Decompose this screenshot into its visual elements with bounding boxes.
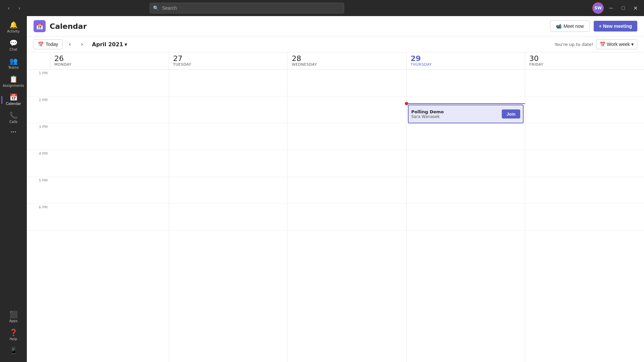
close-button[interactable]: ✕ — [631, 3, 640, 13]
workweek-button[interactable]: 📅 Work week ▾ — [596, 39, 637, 49]
day-slot — [407, 150, 525, 177]
day-name: Friday — [529, 62, 640, 67]
day-slot — [169, 97, 287, 123]
calendar-nav: 📅 Today ‹ › April 2021 ▾ You're up to da… — [27, 37, 644, 52]
day-header-tue: 27 Tuesday — [169, 52, 288, 69]
new-meeting-button[interactable]: + New meeting — [594, 21, 637, 32]
sidebar-bottom: ⬛ Apps ❓ Help 📱 — [1, 308, 25, 359]
join-button[interactable]: Join — [502, 110, 520, 119]
sidebar-item-assignments[interactable]: 📋 Assignments — [1, 73, 25, 90]
sidebar-item-label: Chat — [9, 48, 17, 52]
time-slots: 1 PM 2 PM 3 PM 4 PM 5 PM 6 PM — [27, 70, 50, 362]
day-slot — [525, 150, 644, 177]
day-col-tue — [169, 70, 288, 362]
event-card[interactable]: Polling Demo Sara Wanasek Join — [408, 105, 524, 123]
day-slot — [50, 97, 169, 123]
view-icon: 📅 — [600, 42, 605, 47]
sidebar: 🔔 Activity 💬 Chat 👥 Teams 📋 Assignments … — [0, 16, 27, 362]
day-name: Monday — [54, 62, 165, 67]
day-slot — [50, 204, 169, 231]
sidebar-item-calendar[interactable]: 📅 Calendar — [1, 91, 25, 109]
chevron-down-icon: ▾ — [631, 42, 634, 47]
view-label: Work week — [607, 42, 630, 47]
calendar-days-header: 26 Monday 27 Tuesday 28 Wednesday 29 Thu… — [27, 52, 644, 70]
maximize-button[interactable]: □ — [619, 3, 628, 13]
sidebar-item-more[interactable]: ••• — [1, 127, 25, 137]
search-bar: 🔍 — [150, 3, 344, 13]
day-slot — [169, 177, 287, 204]
today-button[interactable]: 📅 Today — [34, 39, 62, 49]
day-slot — [407, 177, 525, 204]
day-slot — [288, 70, 406, 97]
sidebar-item-label: Apps — [9, 319, 18, 323]
day-col-thu: Polling Demo Sara Wanasek Join — [407, 70, 525, 362]
day-header-wed: 28 Wednesday — [288, 52, 407, 69]
day-slot — [525, 70, 644, 97]
time-slot-2pm: 2 PM — [27, 97, 50, 123]
sidebar-item-calls[interactable]: 📞 Calls — [1, 109, 25, 127]
day-num: 26 — [54, 55, 165, 62]
day-slot — [288, 204, 406, 231]
time-slot-6pm: 6 PM — [27, 204, 50, 231]
page-title: Calendar — [50, 22, 87, 31]
sidebar-item-teams[interactable]: 👥 Teams — [1, 55, 25, 72]
day-col-mon — [50, 70, 169, 362]
current-time-indicator — [407, 103, 525, 104]
help-icon: ❓ — [9, 329, 18, 336]
search-input[interactable] — [150, 3, 344, 13]
sidebar-item-label: Activity — [7, 29, 19, 34]
forward-button[interactable]: › — [15, 3, 24, 13]
device-icon: 📱 — [9, 347, 18, 354]
day-name: Tuesday — [173, 62, 283, 67]
sidebar-item-chat[interactable]: 💬 Chat — [1, 37, 25, 54]
search-icon: 🔍 — [153, 5, 159, 11]
day-slot — [525, 123, 644, 150]
minimize-button[interactable]: ─ — [606, 3, 616, 13]
prev-arrow[interactable]: ‹ — [65, 40, 74, 49]
day-header-thu: 29 Thursday — [407, 52, 525, 69]
uptodate-message: You're up to date! — [555, 42, 594, 47]
chevron-down-icon: ▾ — [124, 41, 127, 48]
video-icon: 📹 — [556, 23, 561, 29]
day-slot — [407, 123, 525, 150]
day-slot — [525, 177, 644, 204]
day-slot — [50, 70, 169, 97]
meet-now-label: Meet now — [564, 23, 584, 29]
today-label: Today — [46, 42, 58, 47]
back-button[interactable]: ‹ — [4, 3, 13, 13]
avatar[interactable]: SW — [592, 2, 604, 14]
more-icon: ••• — [10, 130, 16, 134]
day-num: 30 — [529, 55, 640, 62]
day-slot — [407, 70, 525, 97]
day-slot — [288, 97, 406, 123]
sidebar-item-device[interactable]: 📱 — [1, 345, 25, 357]
sidebar-item-label: Calls — [9, 120, 17, 124]
apps-icon: ⬛ — [9, 311, 18, 318]
next-arrow[interactable]: › — [77, 40, 87, 49]
time-slot-4pm: 4 PM — [27, 150, 50, 177]
day-slot — [525, 97, 644, 123]
day-num: 29 — [411, 55, 521, 62]
day-slot — [50, 177, 169, 204]
day-slot — [525, 204, 644, 231]
sidebar-item-label: Calendar — [6, 102, 21, 106]
month-label[interactable]: April 2021 ▾ — [89, 40, 130, 49]
time-slot-1pm: 1 PM — [27, 70, 50, 97]
sidebar-item-help[interactable]: ❓ Help — [1, 326, 25, 344]
sidebar-item-label: Teams — [8, 66, 19, 70]
activity-icon: 🔔 — [9, 21, 18, 28]
sidebar-item-apps[interactable]: ⬛ Apps — [1, 308, 25, 326]
new-meeting-label: + New meeting — [599, 23, 632, 29]
day-slot — [169, 204, 287, 231]
meet-now-button[interactable]: 📹 Meet now — [550, 20, 590, 32]
calendar-body: 1 PM 2 PM 3 PM 4 PM 5 PM 6 PM — [27, 70, 644, 362]
sidebar-item-activity[interactable]: 🔔 Activity — [1, 19, 25, 36]
day-num: 28 — [292, 55, 402, 62]
teams-icon: 👥 — [9, 58, 18, 64]
time-col-header — [27, 52, 50, 69]
month-text: April 2021 — [92, 41, 123, 48]
day-slot — [169, 70, 287, 97]
time-slot-3pm: 3 PM — [27, 123, 50, 150]
day-slot — [50, 150, 169, 177]
sidebar-item-label: Help — [10, 337, 17, 341]
